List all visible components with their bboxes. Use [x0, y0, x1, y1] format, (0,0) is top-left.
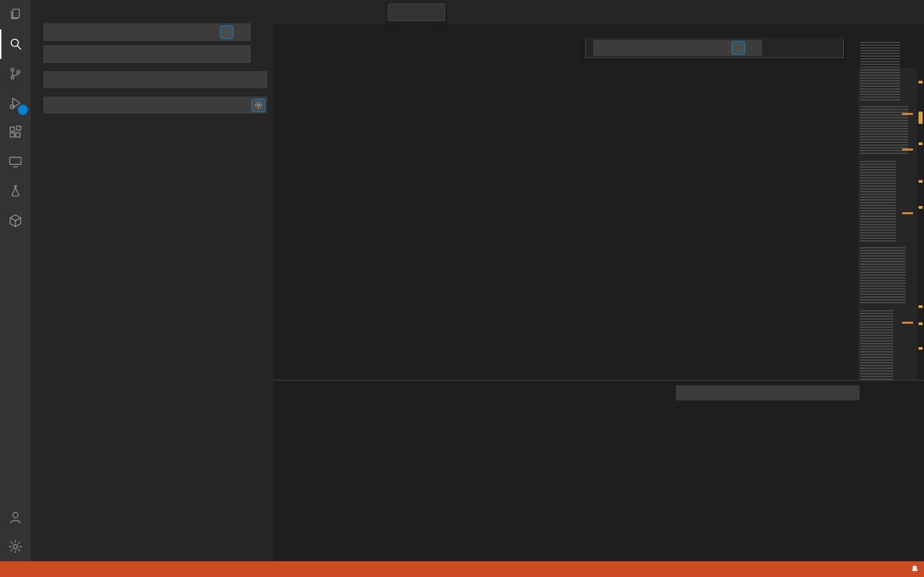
ruler-match-mark: [919, 142, 923, 145]
minimap-match-mark: [902, 113, 913, 115]
minimap-text-block: [860, 161, 896, 242]
problems-status[interactable]: [19, 561, 37, 577]
activity-bar: [0, 0, 31, 561]
ruler-match-mark: [919, 347, 923, 350]
minimap-match-mark: [902, 149, 913, 151]
find-widget: [585, 38, 844, 58]
cursor-position-status[interactable]: [848, 561, 858, 577]
ruler-match-mark: [919, 81, 923, 84]
match-case-icon[interactable]: [205, 25, 218, 39]
extensions-icon[interactable]: [0, 118, 31, 147]
toggle-replace-chevron-icon[interactable]: [586, 38, 590, 57]
new-search-editor-icon[interactable]: [236, 5, 249, 18]
encoding-status[interactable]: [867, 561, 877, 577]
replace-all-icon[interactable]: [252, 47, 266, 61]
source-control-icon[interactable]: [0, 59, 31, 88]
ruler-match-mark: [919, 305, 923, 308]
ruler-match-mark: [919, 206, 923, 209]
files-include-label: [31, 63, 274, 71]
minimap-text-block: [860, 42, 900, 101]
search-results-tree: [31, 135, 274, 561]
minimap-text-block: [860, 106, 908, 155]
breadcrumb: [274, 24, 924, 38]
indentation-status[interactable]: [858, 561, 867, 577]
clear-results-icon[interactable]: [219, 5, 233, 18]
search-sidebar: [31, 0, 274, 561]
bottom-panel: [274, 380, 924, 561]
files-include-box: [43, 71, 267, 88]
find-in-selection-icon[interactable]: [827, 41, 832, 55]
account-icon[interactable]: [0, 502, 31, 532]
vscode-window: [0, 0, 924, 577]
close-find-icon[interactable]: [835, 41, 840, 55]
tabnine-status[interactable]: [49, 561, 62, 577]
files-exclude-box: [43, 97, 267, 114]
settings-gear-icon[interactable]: [0, 532, 31, 561]
debug-toolbar: [388, 3, 445, 21]
search-input-box: [43, 23, 251, 41]
feedback-status[interactable]: [896, 561, 906, 577]
minimap-text-block: [860, 247, 906, 305]
exclude-settings-gear-icon[interactable]: [251, 99, 265, 112]
bell-icon: [910, 565, 919, 574]
find-input-box: [593, 40, 762, 56]
whole-word-icon[interactable]: [220, 25, 234, 39]
debug-console[interactable]: [274, 405, 924, 561]
remote-explorer-icon[interactable]: [0, 147, 31, 177]
package-icon[interactable]: [0, 206, 31, 235]
replace-input[interactable]: [43, 49, 235, 60]
find-regex-icon[interactable]: [747, 41, 760, 55]
collapse-all-icon[interactable]: [252, 5, 266, 18]
find-next-icon[interactable]: [818, 41, 823, 55]
files-exclude-label: [31, 88, 274, 97]
results-summary: [31, 114, 274, 125]
minimap[interactable]: [858, 38, 917, 380]
ruler-match-mark: [919, 112, 923, 124]
files-exclude-input[interactable]: [43, 100, 251, 110]
toggle-replace-button[interactable]: [32, 23, 43, 63]
find-previous-icon[interactable]: [809, 41, 814, 55]
preserve-case-icon[interactable]: [235, 47, 249, 61]
testing-icon[interactable]: [0, 177, 31, 206]
search-input[interactable]: [43, 27, 205, 38]
status-bar: [0, 561, 924, 577]
eol-status[interactable]: [877, 561, 886, 577]
ruler-match-mark: [919, 180, 923, 183]
python-version-status[interactable]: [10, 561, 19, 577]
code-editor[interactable]: [274, 38, 924, 380]
run-debug-icon[interactable]: [0, 88, 31, 118]
find-whole-word-icon[interactable]: [732, 41, 745, 55]
minimap-match-mark: [902, 212, 913, 214]
language-mode-status[interactable]: [886, 561, 896, 577]
overview-ruler[interactable]: [917, 38, 924, 380]
find-input[interactable]: [593, 42, 716, 53]
tab-bar: [274, 0, 924, 24]
remote-indicator[interactable]: [0, 561, 10, 577]
search-open-editors-icon[interactable]: [251, 73, 265, 87]
minimap-text-block: [860, 310, 893, 380]
search-icon[interactable]: [0, 29, 31, 59]
notifications-status[interactable]: [906, 561, 924, 577]
explorer-icon[interactable]: [0, 0, 31, 29]
regex-icon[interactable]: [235, 25, 249, 39]
files-include-input[interactable]: [43, 75, 251, 85]
minimap-match-mark: [902, 322, 913, 324]
refresh-icon[interactable]: [203, 5, 216, 18]
replace-input-box: [43, 45, 251, 63]
ruler-match-mark: [919, 322, 923, 325]
editor-group: [274, 0, 924, 561]
xdebug-status[interactable]: [37, 561, 49, 577]
console-filter-input[interactable]: [676, 385, 860, 400]
debug-badge: [18, 105, 28, 115]
find-match-case-icon[interactable]: [716, 41, 730, 55]
